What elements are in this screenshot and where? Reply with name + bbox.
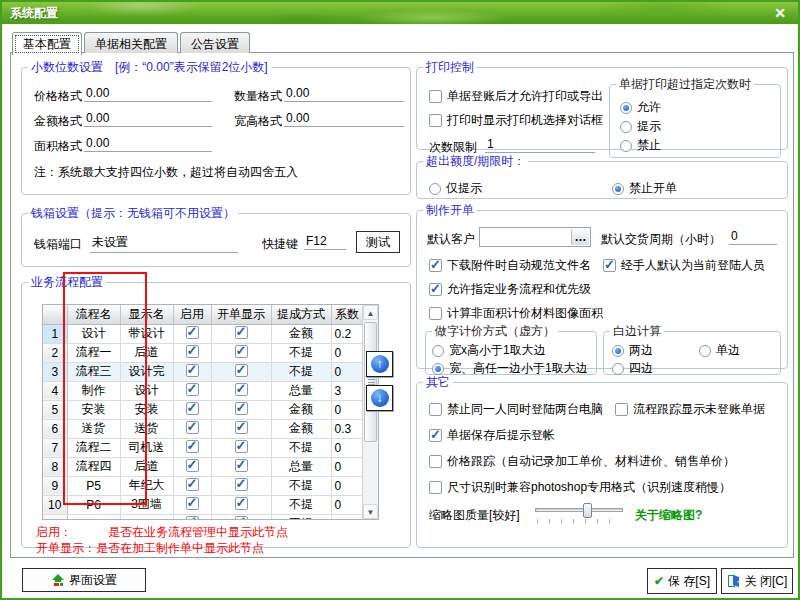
commission-cell[interactable]: 不提 bbox=[271, 514, 331, 520]
enabled-cell[interactable] bbox=[173, 324, 211, 343]
flow-name-cell[interactable]: 流程三 bbox=[67, 362, 120, 381]
flow-name-cell[interactable]: P6 bbox=[67, 495, 120, 514]
checkbox-icon[interactable] bbox=[186, 478, 199, 491]
ui-settings-button[interactable]: 界面设置 bbox=[22, 568, 146, 592]
factor-cell[interactable]: 0 bbox=[331, 514, 363, 520]
radio-forbid[interactable]: 禁止 bbox=[620, 137, 661, 154]
price-format-input[interactable]: 0.00 bbox=[84, 86, 212, 102]
display-name-cell[interactable]: 年纪大 bbox=[120, 476, 173, 495]
show-on-order-cell[interactable] bbox=[211, 400, 271, 419]
checkbox-icon[interactable] bbox=[235, 326, 248, 339]
checkbox-icon[interactable] bbox=[186, 497, 199, 510]
show-on-order-cell[interactable] bbox=[211, 457, 271, 476]
checkbox-psd-compat[interactable]: 尺寸识别时兼容photoshop专用格式（识别速度稍慢） bbox=[429, 479, 731, 496]
checkbox-icon[interactable] bbox=[186, 421, 199, 434]
table-row[interactable]: 5安装安装金额0 bbox=[43, 400, 363, 419]
checkbox-post-before-print[interactable]: 单据登账后才允许打印或导出 bbox=[429, 88, 603, 105]
enabled-cell[interactable] bbox=[173, 362, 211, 381]
checkbox-rename-attachment[interactable]: 下载附件时自动规范文件名 bbox=[429, 257, 591, 274]
default-customer-input[interactable]: … bbox=[479, 227, 591, 247]
enabled-cell[interactable] bbox=[173, 476, 211, 495]
delivery-period-input[interactable]: 0 bbox=[729, 229, 777, 245]
flow-name-cell[interactable]: 安装 bbox=[67, 400, 120, 419]
show-on-order-cell[interactable] bbox=[211, 419, 271, 438]
flow-name-cell[interactable]: 制作 bbox=[67, 381, 120, 400]
checkbox-icon[interactable] bbox=[235, 383, 248, 396]
checkbox-icon[interactable] bbox=[235, 478, 248, 491]
save-button[interactable]: ✔ 保 存[S] bbox=[647, 568, 717, 594]
factor-cell[interactable]: 0 bbox=[331, 476, 363, 495]
flow-name-cell[interactable]: 流程二 bbox=[67, 438, 120, 457]
commission-cell[interactable]: 金额 bbox=[271, 324, 331, 343]
display-name-cell[interactable]: 后道 bbox=[120, 343, 173, 362]
flow-name-cell[interactable]: 流程一 bbox=[67, 343, 120, 362]
close-button[interactable]: 关 闭[C] bbox=[721, 568, 793, 594]
factor-cell[interactable]: 0 bbox=[331, 438, 363, 457]
radio-wxh-less1[interactable]: 宽x高小于1取大边 bbox=[432, 342, 546, 359]
hotkey-input[interactable]: F12 bbox=[304, 234, 346, 250]
checkbox-price-track[interactable]: 价格跟踪（自动记录加工单价、材料进价、销售单价） bbox=[429, 453, 735, 470]
show-on-order-cell[interactable] bbox=[211, 514, 271, 520]
commission-cell[interactable]: 金额 bbox=[271, 419, 331, 438]
display-name-cell[interactable]: 安装 bbox=[120, 400, 173, 419]
display-name-cell[interactable]: 后道 bbox=[120, 457, 173, 476]
move-down-button[interactable]: ↓ bbox=[366, 385, 393, 411]
checkbox-icon[interactable] bbox=[186, 364, 199, 377]
enabled-cell[interactable] bbox=[173, 343, 211, 362]
tab-basic-config[interactable]: 基本配置 bbox=[12, 32, 82, 55]
checkbox-icon[interactable] bbox=[235, 421, 248, 434]
scroll-up-icon[interactable]: ▲ bbox=[363, 305, 378, 320]
table-row[interactable]: 3流程三设计完不提0 bbox=[43, 362, 363, 381]
factor-cell[interactable]: 0 bbox=[331, 362, 363, 381]
show-on-order-cell[interactable] bbox=[211, 324, 271, 343]
display-name-cell[interactable]: 司机送 bbox=[120, 438, 173, 457]
checkbox-icon[interactable] bbox=[186, 459, 199, 472]
wh-format-input[interactable]: 0.00 bbox=[284, 111, 404, 127]
enabled-cell[interactable] bbox=[173, 495, 211, 514]
area-format-input[interactable]: 0.00 bbox=[84, 136, 212, 152]
commission-cell[interactable]: 总量 bbox=[271, 457, 331, 476]
radio-prompt-only[interactable]: 仅提示 bbox=[429, 180, 482, 197]
enabled-cell[interactable] bbox=[173, 438, 211, 457]
checkbox-icon[interactable] bbox=[186, 440, 199, 453]
checkbox-icon[interactable] bbox=[235, 440, 248, 453]
show-on-order-cell[interactable] bbox=[211, 438, 271, 457]
checkbox-single-login[interactable]: 禁止同一人同时登陆两台电脑 bbox=[429, 401, 603, 418]
scroll-down-icon[interactable]: ▼ bbox=[363, 504, 378, 519]
commission-cell[interactable]: 不提 bbox=[271, 438, 331, 457]
flow-name-cell[interactable]: P5 bbox=[67, 476, 120, 495]
flow-name-cell[interactable] bbox=[67, 514, 120, 520]
display-name-cell[interactable]: 设计完 bbox=[120, 362, 173, 381]
test-button[interactable]: 测试 bbox=[356, 231, 400, 253]
factor-cell[interactable]: 0.3 bbox=[331, 419, 363, 438]
move-up-button[interactable]: ↑ bbox=[366, 351, 393, 377]
radio-allow[interactable]: 允许 bbox=[620, 99, 661, 116]
factor-cell[interactable]: 0 bbox=[331, 400, 363, 419]
commission-cell[interactable]: 金额 bbox=[271, 400, 331, 419]
ellipsis-button[interactable]: … bbox=[571, 229, 589, 245]
checkbox-icon[interactable] bbox=[186, 383, 199, 396]
checkbox-icon[interactable] bbox=[235, 516, 248, 521]
checkbox-assign-flow[interactable]: 允许指定业务流程和优先级 bbox=[429, 281, 591, 298]
enabled-cell[interactable] bbox=[173, 514, 211, 520]
show-on-order-cell[interactable] bbox=[211, 476, 271, 495]
slider-thumb[interactable] bbox=[583, 503, 592, 518]
commission-cell[interactable]: 不提 bbox=[271, 362, 331, 381]
table-row[interactable]: 8流程四后道总量0 bbox=[43, 457, 363, 476]
checkbox-icon[interactable] bbox=[186, 345, 199, 358]
commission-cell[interactable]: 不提 bbox=[271, 495, 331, 514]
enabled-cell[interactable] bbox=[173, 457, 211, 476]
table-row[interactable]: 7流程二司机送不提0 bbox=[43, 438, 363, 457]
radio-prompt[interactable]: 提示 bbox=[620, 118, 661, 135]
qty-format-input[interactable]: 0.00 bbox=[284, 86, 404, 102]
checkbox-save-prompt[interactable]: 单据保存后提示登帐 bbox=[429, 427, 555, 444]
amount-format-input[interactable]: 0.00 bbox=[84, 111, 212, 127]
checkbox-icon[interactable] bbox=[235, 364, 248, 377]
checkbox-icon[interactable] bbox=[186, 516, 199, 521]
show-on-order-cell[interactable] bbox=[211, 381, 271, 400]
thumbnail-quality-slider[interactable] bbox=[535, 503, 623, 523]
checkbox-printer-dialog[interactable]: 打印时显示打印机选择对话框 bbox=[429, 112, 603, 129]
commission-cell[interactable]: 不提 bbox=[271, 343, 331, 362]
flow-name-cell[interactable]: 设计 bbox=[67, 324, 120, 343]
checkbox-icon[interactable] bbox=[235, 345, 248, 358]
